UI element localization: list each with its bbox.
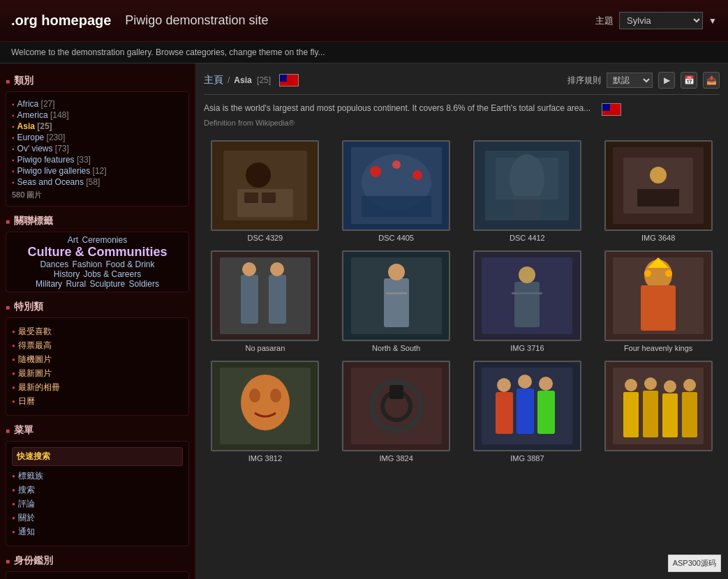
category-count: [25] [257,75,271,85]
menu-link-about[interactable]: 關於 [18,512,35,524]
gallery-item-9: IMG 3812 [204,361,327,463]
menu-comments: ● 評論 [12,498,183,510]
cat-link-piwigo-features[interactable]: Piwigo features [33] [17,155,91,165]
svg-rect-70 [662,393,678,437]
svg-point-67 [625,379,637,391]
theme-select-arrow: ▼ [708,16,717,26]
theme-select[interactable]: Sylvia [619,12,703,29]
svg-point-37 [519,266,535,283]
special-link-best-rated[interactable]: 得票最高 [18,340,52,352]
svg-rect-72 [682,392,697,437]
menu-link-notifications[interactable]: 通知 [18,526,35,538]
cat-link-piwigo-live[interactable]: Piwigo live galleries [12] [17,166,107,176]
special-link-recent-photos[interactable]: 最新圖片 [18,368,52,379]
svg-point-63 [539,377,553,391]
categories-section: 類別 ▪ Africa [27] ▪ America [148] ▪ Asia … [0,75,195,206]
svg-point-44 [644,270,651,277]
special-best-rated: ● 得票最高 [12,340,183,352]
wiki-credit: Definition from Wikipedia® [204,117,590,129]
thumb-image-1 [216,144,314,227]
gallery-item-4: IMG 3648 [597,140,720,242]
menu-link-search[interactable]: 搜索 [18,484,35,496]
special-title: 特別類 [6,301,189,313]
gallery-thumb-9[interactable] [211,361,319,451]
svg-rect-17 [496,158,558,200]
special-link-recent-albums[interactable]: 最新的相冊 [18,382,60,393]
watermark-text: ASP300源码 [673,559,716,567]
tag-soldiers[interactable]: Soldiers [129,279,159,289]
svg-point-32 [388,264,405,280]
site-title: Piwigo demonstration site [125,13,268,28]
cat-bullet: ▪ [12,156,15,164]
svg-rect-24 [220,257,311,334]
main-layout: 類別 ▪ Africa [27] ▪ America [148] ▪ Asia … [0,63,728,579]
tag-history[interactable]: History [54,269,80,279]
menu-about: ● 關於 [12,512,183,524]
tag-food[interactable]: Food & Drink [106,260,155,269]
cat-link-africa[interactable]: Africa [27] [17,99,55,109]
cat-link-seas[interactable]: Seas and Oceans [58] [17,177,101,187]
svg-rect-68 [643,391,658,437]
gallery-thumb-6[interactable] [342,250,450,341]
svg-rect-33 [386,292,407,294]
slideshow-icon[interactable]: ▶ [658,72,675,89]
menu-search: ● 搜索 [12,484,183,496]
special-recent-albums: ● 最新的相冊 [12,382,183,393]
cat-link-ovviews[interactable]: Ov' views [73] [17,144,69,153]
gallery-thumb-5[interactable] [211,250,319,341]
tag-fashion[interactable]: Fashion [72,260,102,269]
upload-icon[interactable]: 📤 [703,72,720,89]
gallery-thumb-7[interactable] [473,250,581,341]
gallery-thumb-8[interactable] [604,250,713,341]
cat-link-europe[interactable]: Europe [230] [17,133,66,142]
menu-search-label: 快速搜索 [12,447,183,466]
welcome-text: Welcome to the demonstration gallery. Br… [11,47,325,57]
gallery-thumb-3[interactable] [473,140,581,231]
tag-ceremonies[interactable]: Ceremonies [82,235,127,245]
calendar-icon[interactable]: 📅 [681,72,697,89]
special-bullet: ● [12,329,15,335]
gallery-thumb-4[interactable] [604,140,713,231]
svg-rect-55 [389,385,403,399]
menu-link-tags[interactable]: 標籤族 [18,470,43,482]
identity-title: 身份鑑別 [6,555,189,567]
cat-item-america: ▪ America [148] [12,110,183,120]
tag-sculpture[interactable]: Sculpture [89,279,125,289]
svg-point-61 [518,375,532,389]
menu-link-comments[interactable]: 評論 [18,498,35,510]
special-link-calendar[interactable]: 日曆 [18,396,35,407]
gallery-thumb-2[interactable] [342,140,450,231]
gallery-thumb-10[interactable] [342,361,450,451]
gallery-thumb-12[interactable] [604,361,713,451]
tag-art[interactable]: Art [68,235,78,245]
tag-rural[interactable]: Rural [66,279,86,289]
svg-point-59 [497,378,511,392]
gallery-thumb-11[interactable] [473,361,581,451]
special-link-random[interactable]: 隨機圖片 [18,354,52,366]
gallery-caption-2: DSC 4405 [378,234,414,242]
svg-point-71 [664,380,676,393]
special-bullet: ● [12,343,15,349]
menu-section: 菜單 快速搜索 ● 標籤族 ● 搜索 ● 評論 ● 關於 [0,424,195,546]
gallery-thumb-1[interactable] [211,140,319,231]
svg-rect-58 [496,392,513,434]
special-link-favorites[interactable]: 最受喜歡 [18,326,52,338]
tag-culture[interactable]: Culture & Communities [27,245,167,259]
breadcrumb-bar: 主頁 / Asia [25] 排序規則 默認按日期按名稱 ▶ 📅 📤 [204,72,720,95]
tag-jobs[interactable]: Jobs & Careers [83,269,141,279]
thumb-image-10 [348,364,445,448]
special-bullet: ● [12,398,15,405]
tag-military[interactable]: Military [36,279,62,289]
svg-point-50 [270,389,281,403]
thumb-image-8 [609,254,707,338]
svg-point-21 [650,167,667,183]
breadcrumb-home-link[interactable]: 主頁 [204,74,223,87]
menu-title: 菜單 [6,424,189,437]
cat-link-asia[interactable]: Asia [25] [17,121,52,131]
cat-item-africa: ▪ Africa [27] [12,99,183,109]
cat-link-america[interactable]: America [148] [17,110,69,120]
cat-bullet: ▪ [12,112,15,119]
tag-dances[interactable]: Dances [40,260,68,269]
thumb-image-12 [609,364,707,448]
sort-select[interactable]: 默認按日期按名稱 [607,73,653,88]
